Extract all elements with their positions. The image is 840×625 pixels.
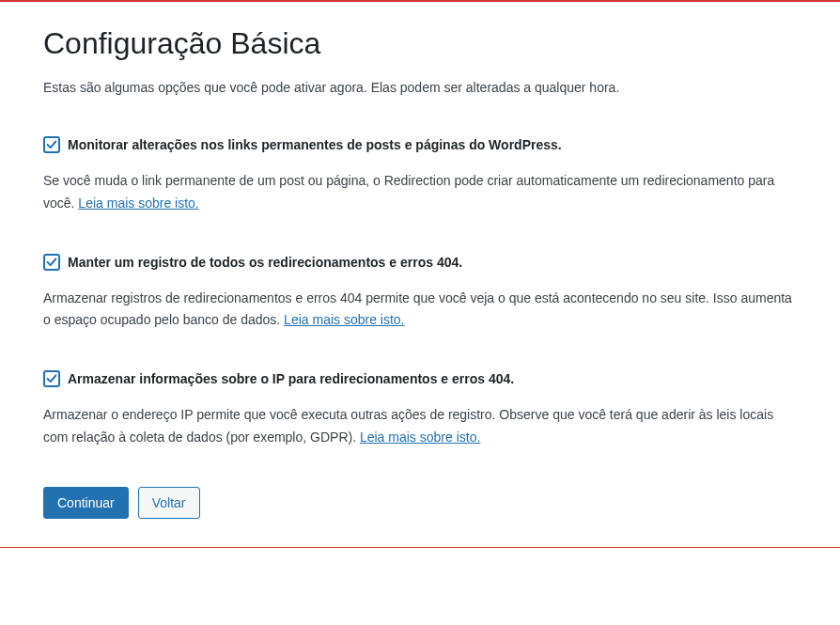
option-label: Armazenar informações sobre o IP para re…	[68, 369, 514, 389]
option-header: Monitorar alterações nos links permanent…	[43, 135, 797, 155]
check-icon	[45, 138, 58, 151]
read-more-link[interactable]: Leia mais sobre isto.	[284, 312, 404, 327]
setup-panel: Configuração Básica Estas são algumas op…	[0, 0, 840, 548]
option-label: Manter um registro de todos os redirecio…	[68, 253, 462, 273]
option-header: Manter um registro de todos os redirecio…	[43, 253, 797, 273]
read-more-link[interactable]: Leia mais sobre isto.	[78, 195, 198, 211]
check-icon	[45, 372, 58, 385]
read-more-link[interactable]: Leia mais sobre isto.	[360, 430, 480, 445]
intro-text: Estas são algumas opções que você pode a…	[43, 78, 797, 98]
option-header: Armazenar informações sobre o IP para re…	[43, 369, 797, 389]
option-keep-log: Manter um registro de todos os redirecio…	[43, 253, 797, 333]
checkbox-monitor[interactable]	[43, 136, 60, 153]
description-text: Armazenar registros de redirecionamentos…	[43, 290, 792, 328]
checkbox-log[interactable]	[43, 254, 60, 271]
back-button[interactable]: Voltar	[138, 487, 200, 519]
option-description: Armazenar registros de redirecionamentos…	[43, 288, 797, 333]
page-title: Configuração Básica	[43, 26, 797, 61]
button-row: Continuar Voltar	[43, 487, 797, 519]
option-description: Se você muda o link permanente de um pos…	[43, 170, 797, 215]
checkbox-ip[interactable]	[43, 370, 60, 387]
option-monitor-permalinks: Monitorar alterações nos links permanent…	[43, 135, 797, 215]
continue-button[interactable]: Continuar	[43, 487, 129, 519]
check-icon	[45, 256, 58, 269]
option-store-ip: Armazenar informações sobre o IP para re…	[43, 369, 797, 449]
option-description: Armazenar o endereço IP permite que você…	[43, 404, 797, 449]
option-label: Monitorar alterações nos links permanent…	[68, 135, 562, 155]
